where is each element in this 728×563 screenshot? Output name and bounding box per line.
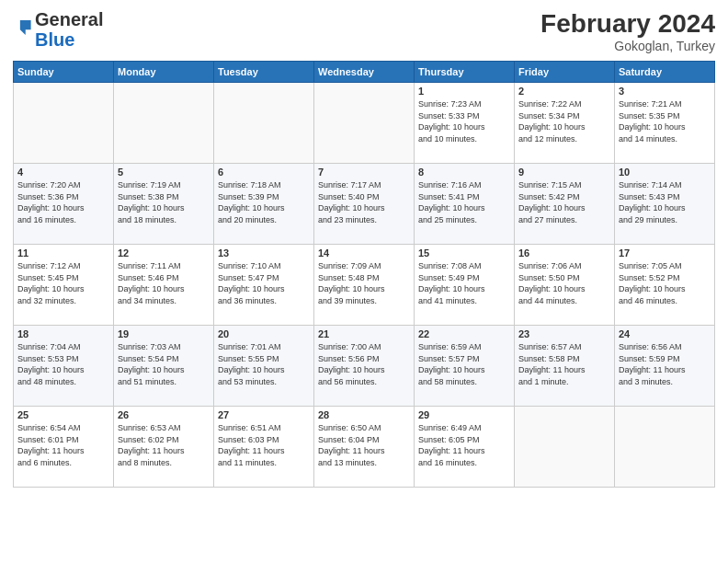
calendar-cell: 15Sunrise: 7:08 AM Sunset: 5:49 PM Dayli… <box>415 245 515 326</box>
header: General Blue February 2024 Gokoglan, Tur… <box>13 9 715 53</box>
main-title: February 2024 <box>540 9 715 39</box>
calendar-cell: 14Sunrise: 7:09 AM Sunset: 5:48 PM Dayli… <box>314 245 415 326</box>
week-row-2: 11Sunrise: 7:12 AM Sunset: 5:45 PM Dayli… <box>14 245 715 326</box>
day-info: Sunrise: 7:14 AM Sunset: 5:43 PM Dayligh… <box>619 179 711 225</box>
day-info: Sunrise: 7:00 AM Sunset: 5:56 PM Dayligh… <box>318 341 410 387</box>
calendar-cell: 26Sunrise: 6:53 AM Sunset: 6:02 PM Dayli… <box>114 407 214 488</box>
calendar-cell: 27Sunrise: 6:51 AM Sunset: 6:03 PM Dayli… <box>214 407 314 488</box>
day-number: 9 <box>518 167 610 178</box>
title-block: February 2024 Gokoglan, Turkey <box>540 9 715 53</box>
day-info: Sunrise: 6:49 AM Sunset: 6:05 PM Dayligh… <box>418 422 510 468</box>
day-info: Sunrise: 7:17 AM Sunset: 5:40 PM Dayligh… <box>318 179 410 225</box>
calendar-cell <box>615 407 715 488</box>
calendar-cell: 29Sunrise: 6:49 AM Sunset: 6:05 PM Dayli… <box>415 407 515 488</box>
day-number: 3 <box>619 86 711 97</box>
week-row-3: 18Sunrise: 7:04 AM Sunset: 5:53 PM Dayli… <box>14 326 715 407</box>
calendar-cell: 8Sunrise: 7:16 AM Sunset: 5:41 PM Daylig… <box>415 164 515 245</box>
day-info: Sunrise: 7:11 AM Sunset: 5:46 PM Dayligh… <box>118 260 210 306</box>
calendar-page: General Blue February 2024 Gokoglan, Tur… <box>0 0 728 563</box>
calendar-cell: 19Sunrise: 7:03 AM Sunset: 5:54 PM Dayli… <box>114 326 214 407</box>
day-info: Sunrise: 6:53 AM Sunset: 6:02 PM Dayligh… <box>118 422 210 468</box>
day-number: 16 <box>518 247 610 259</box>
subtitle: Gokoglan, Turkey <box>540 39 715 53</box>
day-number: 28 <box>318 409 410 420</box>
day-info: Sunrise: 7:20 AM Sunset: 5:36 PM Dayligh… <box>17 179 109 225</box>
day-info: Sunrise: 7:23 AM Sunset: 5:33 PM Dayligh… <box>418 98 510 144</box>
day-info: Sunrise: 7:08 AM Sunset: 5:49 PM Dayligh… <box>418 260 510 306</box>
calendar-cell: 17Sunrise: 7:05 AM Sunset: 5:52 PM Dayli… <box>615 245 715 326</box>
day-info: Sunrise: 7:03 AM Sunset: 5:54 PM Dayligh… <box>118 341 210 387</box>
calendar-cell: 23Sunrise: 6:57 AM Sunset: 5:58 PM Dayli… <box>515 326 615 407</box>
day-header-monday: Monday <box>114 62 214 83</box>
day-number: 7 <box>318 167 410 178</box>
week-row-1: 4Sunrise: 7:20 AM Sunset: 5:36 PM Daylig… <box>14 164 715 245</box>
day-number: 13 <box>218 247 310 259</box>
day-number: 21 <box>318 328 410 339</box>
calendar-cell <box>114 83 214 164</box>
day-header-sunday: Sunday <box>14 62 114 83</box>
calendar-cell <box>214 83 314 164</box>
day-info: Sunrise: 6:56 AM Sunset: 5:59 PM Dayligh… <box>619 341 711 387</box>
logo-general: General <box>35 9 103 29</box>
day-number: 22 <box>418 328 510 339</box>
calendar-cell: 24Sunrise: 6:56 AM Sunset: 5:59 PM Dayli… <box>615 326 715 407</box>
day-number: 1 <box>418 86 510 97</box>
day-info: Sunrise: 7:18 AM Sunset: 5:39 PM Dayligh… <box>218 179 310 225</box>
calendar-cell: 12Sunrise: 7:11 AM Sunset: 5:46 PM Dayli… <box>114 245 214 326</box>
logo-blue: Blue <box>35 29 74 50</box>
calendar-cell: 22Sunrise: 6:59 AM Sunset: 5:57 PM Dayli… <box>415 326 515 407</box>
day-number: 5 <box>118 167 210 178</box>
calendar-cell: 9Sunrise: 7:15 AM Sunset: 5:42 PM Daylig… <box>515 164 615 245</box>
day-info: Sunrise: 7:09 AM Sunset: 5:48 PM Dayligh… <box>318 260 410 306</box>
calendar-cell: 6Sunrise: 7:18 AM Sunset: 5:39 PM Daylig… <box>214 164 314 245</box>
day-info: Sunrise: 7:05 AM Sunset: 5:52 PM Dayligh… <box>619 260 711 306</box>
day-number: 15 <box>418 247 510 259</box>
calendar-cell <box>515 407 615 488</box>
day-header-saturday: Saturday <box>615 62 715 83</box>
calendar-cell: 5Sunrise: 7:19 AM Sunset: 5:38 PM Daylig… <box>114 164 214 245</box>
day-number: 23 <box>518 328 610 339</box>
day-info: Sunrise: 7:01 AM Sunset: 5:55 PM Dayligh… <box>218 341 310 387</box>
calendar-cell: 3Sunrise: 7:21 AM Sunset: 5:35 PM Daylig… <box>615 83 715 164</box>
day-info: Sunrise: 7:04 AM Sunset: 5:53 PM Dayligh… <box>17 341 109 387</box>
calendar-cell: 18Sunrise: 7:04 AM Sunset: 5:53 PM Dayli… <box>14 326 114 407</box>
calendar-cell: 16Sunrise: 7:06 AM Sunset: 5:50 PM Dayli… <box>515 245 615 326</box>
logo-icon <box>15 17 35 38</box>
day-info: Sunrise: 6:50 AM Sunset: 6:04 PM Dayligh… <box>318 422 410 468</box>
day-number: 24 <box>619 328 711 339</box>
day-info: Sunrise: 6:54 AM Sunset: 6:01 PM Dayligh… <box>17 422 109 468</box>
day-number: 20 <box>218 328 310 339</box>
logo: General Blue <box>13 9 103 50</box>
calendar-cell: 4Sunrise: 7:20 AM Sunset: 5:36 PM Daylig… <box>14 164 114 245</box>
day-info: Sunrise: 6:51 AM Sunset: 6:03 PM Dayligh… <box>218 422 310 468</box>
calendar-cell: 2Sunrise: 7:22 AM Sunset: 5:34 PM Daylig… <box>515 83 615 164</box>
calendar-header: SundayMondayTuesdayWednesdayThursdayFrid… <box>14 62 715 83</box>
week-row-4: 25Sunrise: 6:54 AM Sunset: 6:01 PM Dayli… <box>14 407 715 488</box>
calendar-cell: 20Sunrise: 7:01 AM Sunset: 5:55 PM Dayli… <box>214 326 314 407</box>
day-number: 14 <box>318 247 410 259</box>
day-number: 19 <box>118 328 210 339</box>
day-info: Sunrise: 7:22 AM Sunset: 5:34 PM Dayligh… <box>518 98 610 144</box>
svg-marker-0 <box>20 20 31 35</box>
day-info: Sunrise: 7:21 AM Sunset: 5:35 PM Dayligh… <box>619 98 711 144</box>
day-info: Sunrise: 7:15 AM Sunset: 5:42 PM Dayligh… <box>518 179 610 225</box>
calendar-cell: 28Sunrise: 6:50 AM Sunset: 6:04 PM Dayli… <box>314 407 415 488</box>
day-number: 12 <box>118 247 210 259</box>
day-info: Sunrise: 7:16 AM Sunset: 5:41 PM Dayligh… <box>418 179 510 225</box>
logo-text: General Blue <box>35 9 103 50</box>
day-header-wednesday: Wednesday <box>314 62 415 83</box>
day-info: Sunrise: 7:12 AM Sunset: 5:45 PM Dayligh… <box>17 260 109 306</box>
day-header-friday: Friday <box>515 62 615 83</box>
day-number: 17 <box>619 247 711 259</box>
day-number: 11 <box>17 247 109 259</box>
day-info: Sunrise: 7:06 AM Sunset: 5:50 PM Dayligh… <box>518 260 610 306</box>
calendar-cell: 1Sunrise: 7:23 AM Sunset: 5:33 PM Daylig… <box>415 83 515 164</box>
calendar-table: SundayMondayTuesdayWednesdayThursdayFrid… <box>13 61 715 488</box>
day-number: 18 <box>17 328 109 339</box>
calendar-cell <box>14 83 114 164</box>
day-info: Sunrise: 7:10 AM Sunset: 5:47 PM Dayligh… <box>218 260 310 306</box>
day-header-thursday: Thursday <box>415 62 515 83</box>
week-row-0: 1Sunrise: 7:23 AM Sunset: 5:33 PM Daylig… <box>14 83 715 164</box>
calendar-cell: 25Sunrise: 6:54 AM Sunset: 6:01 PM Dayli… <box>14 407 114 488</box>
day-info: Sunrise: 6:59 AM Sunset: 5:57 PM Dayligh… <box>418 341 510 387</box>
